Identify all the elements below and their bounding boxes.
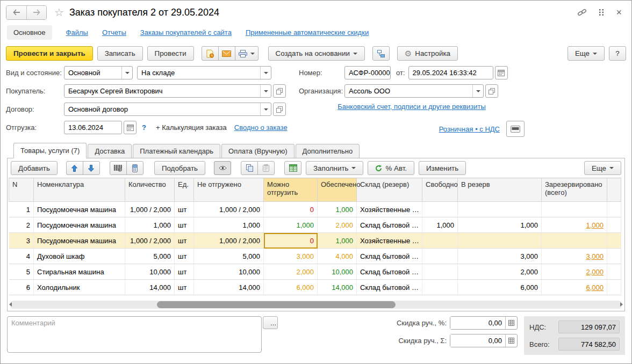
copy-button[interactable] — [241, 161, 258, 175]
column-header[interactable]: В резерв — [458, 178, 542, 202]
cell[interactable]: 1,000 — [542, 217, 607, 233]
cell[interactable]: 0 — [264, 202, 318, 217]
column-header[interactable]: Склад (резерв) — [357, 178, 422, 202]
create-based-on-button[interactable]: Создать на основании — [268, 46, 365, 61]
state-dropdown-caret[interactable] — [260, 67, 271, 79]
cell[interactable]: Хозяйственные … — [357, 233, 422, 249]
change-button[interactable]: Изменить — [419, 161, 466, 175]
comment-ellipsis-button[interactable]: ... — [263, 316, 278, 329]
horizontal-scrollbar[interactable] — [10, 301, 622, 309]
organization-dropdown-caret[interactable] — [472, 85, 483, 97]
cell[interactable]: 1,000 — [318, 233, 357, 249]
cell[interactable]: Посудомоечная машина — [34, 233, 125, 249]
column-header[interactable]: Количество — [125, 178, 175, 202]
table-row[interactable]: 5Стиральная машина10,000шт10,0002,00010,… — [9, 264, 621, 280]
cell[interactable]: Посудомоечная машина — [34, 217, 125, 233]
schedule-document-button[interactable] — [202, 46, 219, 61]
favorite-star-icon[interactable]: ☆ — [54, 6, 64, 19]
tab-main[interactable]: Основное — [7, 25, 52, 40]
customer-field[interactable]: Бесарчук Сергей Викторович — [64, 84, 271, 98]
order-calculation-toggle[interactable]: + Калькуляция заказа — [156, 123, 227, 132]
cell[interactable]: 5,000 — [125, 249, 175, 264]
reserved-link[interactable]: 2,000 — [586, 268, 604, 276]
tab-goods-services[interactable]: Товары, услуги (7) — [13, 143, 87, 158]
cell[interactable]: 3 — [9, 233, 34, 249]
tab-payment-calendar[interactable]: Платежный календарь — [133, 144, 220, 158]
cell[interactable] — [422, 202, 458, 217]
cell[interactable]: Хозяйственные … — [357, 202, 422, 217]
cell[interactable]: 2 — [9, 217, 34, 233]
table-row[interactable]: 3Посудомоечная машина1,000 / 2,000шт1,00… — [9, 233, 621, 249]
cell[interactable]: 2,000 — [542, 264, 607, 280]
paste-button[interactable] — [257, 161, 275, 175]
cell[interactable]: шт — [175, 249, 194, 264]
post-button[interactable]: Провести — [147, 46, 194, 61]
reserved-link[interactable]: 1,000 — [586, 221, 604, 229]
view-mode-button[interactable] — [214, 161, 231, 175]
cell[interactable]: 10,000 — [125, 264, 175, 280]
cell[interactable]: 2,000 — [264, 264, 318, 280]
cell[interactable]: 14,000 — [194, 280, 264, 295]
discount-percent-field[interactable] — [450, 316, 518, 330]
cell[interactable]: 4,000 — [318, 249, 357, 264]
cell[interactable] — [422, 233, 458, 249]
cell[interactable]: 6 — [9, 280, 34, 295]
post-and-close-button[interactable]: Провести и закрыть — [6, 46, 93, 61]
cell[interactable]: 1,000 / 2,000 — [194, 202, 264, 217]
tab-payment-manual[interactable]: Оплата (Вручную) — [221, 144, 294, 158]
cell[interactable]: 1,000 / 2,000 — [194, 233, 264, 249]
cell[interactable]: 1,000 — [422, 217, 458, 233]
tab-delivery[interactable]: Доставка — [88, 144, 132, 158]
date-calendar-button[interactable] — [495, 66, 508, 79]
customer-open-button[interactable] — [273, 84, 286, 98]
cell[interactable]: шт — [175, 217, 194, 233]
move-down-button[interactable] — [83, 161, 100, 175]
cell[interactable] — [422, 280, 458, 295]
table-row[interactable]: 2Посудомоечная машина1,000шт1,0001,0002,… — [9, 217, 621, 233]
customer-dropdown-caret[interactable] — [260, 85, 271, 97]
cell[interactable]: Духовой шкаф — [34, 249, 125, 264]
more-button[interactable]: Еще — [568, 46, 605, 61]
cell[interactable]: 1,000 — [458, 217, 542, 233]
add-row-button[interactable]: Добавить — [11, 161, 58, 175]
move-up-button[interactable] — [66, 161, 83, 175]
email-button[interactable] — [218, 46, 235, 61]
column-header[interactable]: Номенклатура — [34, 178, 125, 202]
cell[interactable] — [542, 202, 607, 217]
cell[interactable]: 6,000 — [542, 280, 607, 295]
price-card-button[interactable] — [506, 121, 525, 137]
cell[interactable] — [458, 233, 542, 249]
forward-button[interactable] — [26, 6, 46, 19]
cell[interactable]: 1,000 — [125, 217, 175, 233]
fill-table-button[interactable] — [284, 161, 301, 175]
cell[interactable] — [542, 233, 607, 249]
date-field[interactable]: 29.05.2024 16:33:42 — [408, 66, 493, 79]
cell[interactable] — [458, 202, 542, 217]
print-button[interactable] — [235, 46, 258, 61]
cell[interactable]: Холодильник — [34, 280, 125, 295]
discount-sum-field[interactable] — [450, 334, 518, 347]
pick-items-button[interactable]: Подобрать — [154, 161, 205, 175]
cell[interactable]: 14,000 — [125, 280, 175, 295]
structure-button[interactable] — [372, 46, 390, 61]
comment-input[interactable] — [7, 316, 262, 353]
cell[interactable]: 3,000 — [458, 249, 542, 264]
organization-field[interactable]: Ассоль ООО — [344, 84, 484, 98]
auto-discount-button[interactable]: % Авт. — [368, 161, 414, 175]
price-type-link[interactable]: Розничная • с НДС — [439, 125, 500, 133]
table-row[interactable]: 6Холодильник14,000шт14,0006,00014,000Скл… — [9, 280, 621, 295]
order-summary-link[interactable]: Сводно о заказе — [234, 123, 288, 132]
cell[interactable]: 2,000 — [458, 264, 542, 280]
kind-select[interactable]: Основной — [64, 66, 133, 79]
number-field[interactable]: АСФР-000002 — [344, 66, 391, 79]
contract-field[interactable]: Основной договор — [64, 103, 271, 116]
tab-reports[interactable]: Отчеты — [102, 28, 126, 37]
organization-open-button[interactable] — [485, 84, 498, 98]
column-header[interactable]: N — [9, 178, 34, 202]
contract-open-button[interactable] — [273, 103, 286, 116]
cell[interactable]: шт — [175, 264, 194, 280]
cell[interactable]: 14,000 — [318, 280, 357, 295]
save-button[interactable]: Записать — [97, 46, 143, 61]
scrollbar-thumb[interactable] — [157, 301, 396, 308]
bank-details-link[interactable]: Банковский счет, подписи и другие реквиз… — [337, 103, 486, 111]
